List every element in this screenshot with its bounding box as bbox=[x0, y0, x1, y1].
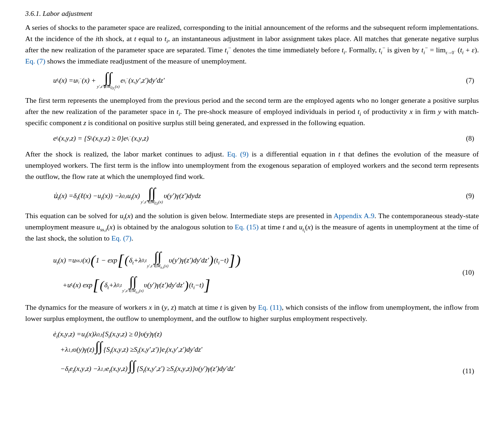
equation-10: ut(x) = uss,t(x) ( 1 − exp [ ( δt + λ0,t… bbox=[25, 249, 479, 297]
eq-num-8: (8) bbox=[466, 133, 475, 144]
paragraph-2: The first term represents the unemployed… bbox=[25, 95, 479, 128]
equation-8: eti(x, y, z) = {Sti(x, y, z) ≥ 0}eti−(x,… bbox=[25, 133, 479, 144]
eq-num-9: (9) bbox=[466, 191, 475, 201]
appendix-ref[interactable]: Appendix A.9 bbox=[334, 212, 375, 220]
eq7-ref-inline-2[interactable]: Eq. (7) bbox=[112, 234, 132, 242]
eq-num-10: (10) bbox=[462, 267, 474, 278]
paragraph-1: A series of shocks to the parameter spac… bbox=[25, 22, 479, 67]
eq7-ref-inline[interactable]: Eq. (7) bbox=[25, 57, 45, 65]
paragraph-3: After the shock is realized, the labor m… bbox=[25, 149, 479, 182]
eq-num-7: (7) bbox=[466, 75, 475, 86]
equation-7: uti(x) = uti−(x) + ∫∫ y′,z′∉M0,ti(x) eti… bbox=[25, 71, 479, 90]
equation-9: u̇t(x) = δt(ℓ(x) − ut(x)) − λ0,tut(x) ∫∫… bbox=[25, 187, 479, 205]
equation-11: ėt(x, y, z) = ut(x)λ0,t{St(x, y, z) ≥ 0}… bbox=[25, 329, 479, 378]
eq-num-11: (11) bbox=[463, 366, 474, 377]
section-title: 3.6.1. Labor adjustment bbox=[25, 8, 479, 19]
paragraph-4: This equation can be solved for ut(x) an… bbox=[25, 210, 479, 244]
paragraph-5: The dynamics for the measure of workers … bbox=[25, 302, 479, 324]
eq15-ref-inline[interactable]: Eq. (15) bbox=[235, 223, 259, 231]
eq11-ref-inline[interactable]: Eq. (11) bbox=[258, 303, 282, 311]
eq9-ref-inline[interactable]: Eq. (9) bbox=[227, 150, 249, 158]
